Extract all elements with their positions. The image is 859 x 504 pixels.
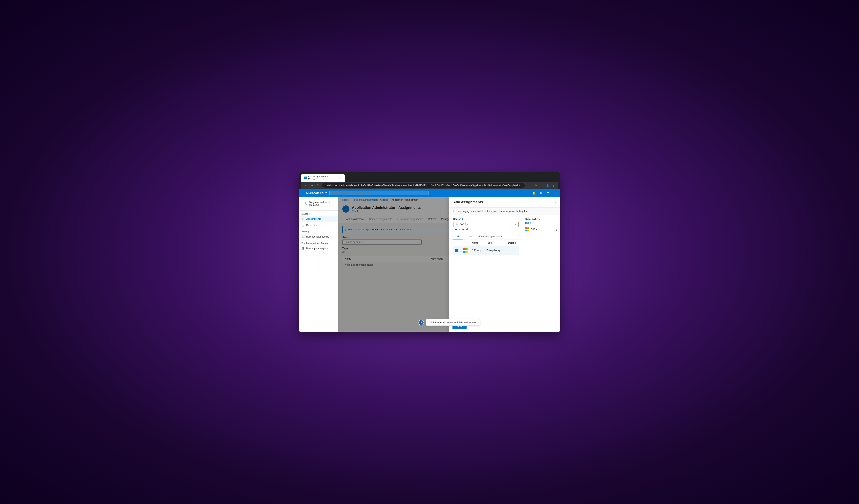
sidebar-manage-header: Manage xyxy=(299,211,338,216)
selected-reset-btn[interactable]: Reset xyxy=(525,222,558,224)
notifications-icon[interactable]: 🔔 xyxy=(531,190,537,196)
browser-toolbar-icons: ⤴ ⧉ ☆ 👤 ⋮ xyxy=(527,183,556,188)
tab-favicon: A xyxy=(304,177,307,179)
azure-portal-header: ☰ Microsoft Azure 🔔 ⚙ ? 👤 xyxy=(299,189,560,197)
col-result-details: Details xyxy=(506,240,519,246)
azure-search-input[interactable] xyxy=(330,190,428,195)
modal-main-area: Search ℹ 🔍 × 1 result found xyxy=(449,215,560,321)
col-checkbox xyxy=(453,240,461,246)
browser-chrome: A Add assignments - Microsof... × + ← → … xyxy=(299,172,560,189)
modal-body: ℹ Try changing or adding filters if you … xyxy=(449,208,560,321)
sidebar-item-assignments[interactable]: 📋 Assignments xyxy=(299,216,338,222)
col-app-icon xyxy=(461,240,470,246)
results-table: Name Type Details ✓ xyxy=(453,240,519,255)
modal-tabs: All Users Enterprise applications xyxy=(449,233,523,240)
modal-title: Add assignments xyxy=(453,200,483,204)
azure-logo: Microsoft Azure xyxy=(306,192,327,195)
modal-close-btn[interactable]: × xyxy=(555,200,556,204)
extension-icon[interactable]: ⧉ xyxy=(533,183,538,188)
annotation-badge: 8 xyxy=(418,320,424,325)
modal-info-text: Try changing or adding filters if you do… xyxy=(455,210,528,213)
sidebar-item-new-support[interactable]: 👤 New support request xyxy=(299,245,338,251)
modal-header: Add assignments × xyxy=(449,197,560,208)
nav-back-btn[interactable]: ← xyxy=(303,183,308,187)
menu-icon[interactable]: ⋮ xyxy=(551,183,556,188)
result-row-c4c[interactable]: ✓ xyxy=(453,246,519,255)
col-result-name: Name xyxy=(470,240,484,246)
support-icon: 👤 xyxy=(302,247,305,250)
app-grid-icon xyxy=(463,248,468,253)
search-magnifier-icon: 🔍 xyxy=(455,223,458,226)
diagnose-icon: 🔧 xyxy=(304,202,307,205)
tab-enterprise-apps[interactable]: Enterprise applications xyxy=(475,233,506,240)
sidebar-activity-header: Activity xyxy=(299,228,338,233)
bulk-results-icon: 📊 xyxy=(302,235,305,238)
azure-header-icons: 🔔 ⚙ ? 👤 xyxy=(531,190,558,196)
result-checkbox-checked: ✓ xyxy=(455,249,458,252)
bookmark-icon[interactable]: ☆ xyxy=(539,183,544,188)
browser-tab-active[interactable]: A Add assignments - Microsof... × xyxy=(301,174,345,182)
settings-icon[interactable]: ⚙ xyxy=(538,190,544,196)
modal-selected-panel: Selected (1) Reset C4C App 🗑 xyxy=(523,215,560,321)
result-count: 1 result found xyxy=(453,227,519,232)
modal-left-panel: Search ℹ 🔍 × 1 result found xyxy=(449,215,523,321)
browser-toolbar: ← → ↻ portal.azure.com/#view/Microsoft_A… xyxy=(301,182,558,189)
result-type-cell: Enterprise ap... xyxy=(484,246,506,255)
tab-close-btn[interactable]: × xyxy=(338,176,342,180)
sidebar-toggle-icon[interactable]: ☰ xyxy=(301,191,304,195)
tab-users[interactable]: Users xyxy=(463,233,475,240)
col-result-type: Type xyxy=(484,240,506,246)
selected-header: Selected (1) xyxy=(525,218,558,221)
tab-all[interactable]: All xyxy=(453,233,463,240)
assignments-icon: 📋 xyxy=(302,217,305,220)
content-area: Home › Roles and administrators | All ro… xyxy=(338,197,560,332)
selected-item-icon xyxy=(525,227,529,231)
modal-search-input[interactable] xyxy=(459,223,514,226)
result-name-cell: C4C App xyxy=(470,246,484,255)
selected-item-c4c: C4C App 🗑 xyxy=(525,226,558,233)
sidebar-troubleshooting-header: Troubleshooting + Support xyxy=(299,240,338,245)
cast-icon[interactable]: ⤴ xyxy=(527,183,532,188)
modal-info-bar: ℹ Try changing or adding filters if you … xyxy=(449,208,560,215)
browser-tabs: A Add assignments - Microsof... × + xyxy=(301,174,558,182)
main-content: 🔧 Diagnose and solve problems Manage 📋 A… xyxy=(299,197,560,332)
search-clear-btn[interactable]: × xyxy=(515,223,516,226)
selected-item-name: C4C App xyxy=(531,228,554,231)
browser-window: A Add assignments - Microsof... × + ← → … xyxy=(299,172,560,332)
sidebar-item-bulk-results[interactable]: 📊 Bulk operation results xyxy=(299,233,338,240)
result-details-cell xyxy=(506,246,519,255)
modal-search-bar: 🔍 × xyxy=(453,222,519,227)
nav-forward-btn[interactable]: → xyxy=(310,183,314,187)
description-icon: 📄 xyxy=(302,224,305,227)
address-bar[interactable]: portal.azure.com/#view/Microsoft_AAD_IAM… xyxy=(322,183,526,188)
sidebar-item-description[interactable]: 📄 Description xyxy=(299,222,338,228)
modal-info-icon: ℹ xyxy=(453,210,454,213)
bottom-annotation: 8 Click the 'Add' button to finish assig… xyxy=(418,319,480,326)
add-assignments-modal: Add assignments × ℹ Try changing or addi… xyxy=(449,197,560,332)
modal-search-section: Search ℹ 🔍 × 1 result found xyxy=(449,215,523,232)
annotation-tooltip: Click the 'Add' button to finish assignm… xyxy=(426,319,480,326)
user-profile-icon[interactable]: 👤 xyxy=(552,190,558,196)
c4c-app-icon xyxy=(462,248,468,253)
modal-search-label: Search ℹ xyxy=(453,218,519,220)
sidebar-item-diagnose[interactable]: 🔧 Diagnose and solve problems xyxy=(302,199,335,208)
nav-refresh-btn[interactable]: ↻ xyxy=(316,183,320,187)
selected-item-delete-btn[interactable]: 🗑 xyxy=(555,228,558,231)
tab-title: Add assignments - Microsof... xyxy=(308,175,337,181)
help-icon[interactable]: ? xyxy=(545,190,551,196)
result-app-icon-cell xyxy=(461,246,470,255)
results-table-container: Name Type Details ✓ xyxy=(449,240,523,321)
sidebar-top: 🔧 Diagnose and solve problems xyxy=(299,197,338,211)
result-checkbox-cell[interactable]: ✓ xyxy=(453,246,461,255)
sidebar: 🔧 Diagnose and solve problems Manage 📋 A… xyxy=(299,197,338,332)
search-info-icon: ℹ xyxy=(462,218,463,220)
new-tab-btn[interactable]: + xyxy=(346,176,351,180)
profile-icon[interactable]: 👤 xyxy=(545,183,550,188)
